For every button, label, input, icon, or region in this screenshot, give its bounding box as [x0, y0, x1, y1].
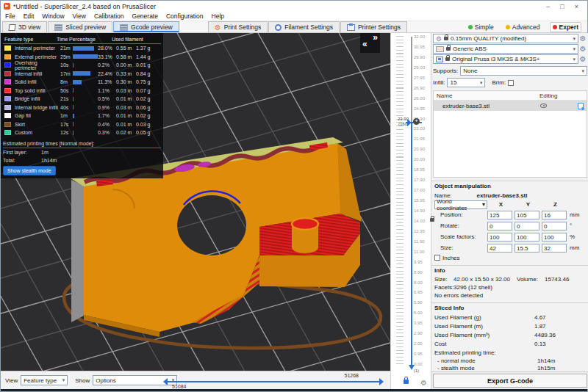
- 3d-viewport[interactable]: Feature type Time Percentage Used filame…: [1, 33, 390, 371]
- chevron-down-icon: ▾: [573, 46, 576, 52]
- mode-button[interactable]: Expert: [550, 22, 581, 32]
- layer-tick-label: 21.95: [414, 137, 430, 142]
- om-z-input[interactable]: 100: [542, 233, 567, 242]
- menu-item[interactable]: Window: [42, 12, 64, 20]
- feature-grams: 0.02 g: [136, 113, 156, 118]
- feature-grams: 0.03 g: [136, 122, 156, 127]
- infill-select[interactable]: 15 ▾: [447, 78, 485, 87]
- printer-icon: [436, 57, 443, 62]
- om-z-input[interactable]: 0: [542, 222, 567, 231]
- layer-tick-label: 17.90: [414, 178, 430, 183]
- legend-row[interactable]: Internal perimeter 21m 28.0% 0.55 m 1.37…: [3, 44, 161, 53]
- menu-item[interactable]: Help: [212, 12, 224, 20]
- legend-row[interactable]: Gap fill 1m 1.7% 0.01 m 0.02 g: [3, 112, 161, 120]
- legend-row[interactable]: Solid infill 8m 11.3% 0.30 m 0.75 g: [3, 78, 161, 87]
- tab-printer-settings-label: Printer Settings: [358, 23, 401, 31]
- om-x-input[interactable]: 0: [487, 222, 512, 231]
- maximize-button[interactable]: □: [560, 3, 564, 10]
- sliced-info-title: Sliced Info: [434, 305, 586, 311]
- legend-row[interactable]: Internal bridge infill 40s 0.9% 0.03 m 0…: [3, 104, 161, 112]
- menu-item[interactable]: Edit: [24, 12, 35, 20]
- lock-icon[interactable]: [404, 380, 409, 384]
- eye-icon[interactable]: [540, 104, 547, 108]
- printer-profile-select[interactable]: Original Prusa i3 MK3S & MK3S+ ▾: [433, 54, 578, 64]
- info-volume-label: Volume:: [517, 276, 545, 283]
- tab-print-settings-label: Print Settings: [224, 23, 262, 31]
- legend-row[interactable]: Custom 12s 0.3% 0.02 m 0.05 g: [3, 128, 161, 137]
- feature-percentage-bar: [73, 97, 74, 101]
- printer-settings-cog-button[interactable]: ⚙: [578, 55, 587, 63]
- supports-select[interactable]: None ▾: [460, 66, 587, 76]
- sliced-info-label: Used Filament (g): [434, 314, 534, 321]
- om-z-input[interactable]: 32: [542, 244, 567, 253]
- om-y-input[interactable]: 15.5: [514, 244, 539, 253]
- model-left-face: [71, 180, 84, 322]
- filament-settings-cog-button[interactable]: ⚙: [578, 45, 587, 53]
- menu-item[interactable]: Configuration: [166, 12, 204, 20]
- menu-item[interactable]: View: [73, 12, 86, 20]
- layer-tick-label: 14.90: [414, 208, 430, 214]
- menu-item[interactable]: File: [5, 12, 15, 20]
- feature-percentage: 0.9%: [98, 105, 116, 110]
- edit-object-icon[interactable]: [578, 103, 584, 109]
- tab-gcode-preview[interactable]: Gcode preview: [113, 21, 179, 32]
- object-name: extruder-base3.stl: [437, 103, 540, 109]
- feature-grams: 0.75 g: [136, 79, 156, 84]
- om-z-input[interactable]: 16: [542, 211, 567, 219]
- tab-filament-settings[interactable]: Filament Settings: [268, 21, 340, 32]
- legend-row[interactable]: Top solid infill 50s 1.1% 0.03 m 0.07 g: [3, 87, 161, 95]
- feature-time: 1m: [60, 113, 73, 118]
- print-profile-select[interactable]: ⚙ 0.15mm QUALITY (modified) ▾: [433, 34, 578, 43]
- feature-color-swatch: [4, 96, 11, 101]
- window-bottom-edge: [1, 389, 587, 391]
- om-y-input[interactable]: 105: [514, 211, 539, 219]
- slider-left-thumb[interactable]: [163, 378, 168, 385]
- tab-printer-settings[interactable]: Printer Settings: [340, 21, 407, 32]
- layer-slider-track-active[interactable]: [411, 122, 412, 366]
- tab-print-settings[interactable]: ⚙ Print Settings: [208, 21, 268, 32]
- feature-time: 25m: [60, 54, 73, 59]
- gear-icon[interactable]: ⚙: [420, 379, 427, 387]
- legend-row[interactable]: Skirt 17s 0.4% 0.01 m 0.03 g: [3, 120, 161, 129]
- add-color-change-icon[interactable]: +: [413, 118, 420, 125]
- collapse-sidebar-button[interactable]: » «: [360, 33, 380, 53]
- filament-profile-select[interactable]: Generic ABS ▾: [433, 44, 578, 54]
- view-type-select[interactable]: Feature type ▾: [21, 375, 68, 385]
- legend-row[interactable]: Bridge infill 21s 0.5% 0.01 m 0.02 g: [3, 95, 161, 104]
- layer-tick-label: 23.00: [414, 126, 430, 131]
- filament-profile-value: Generic ABS: [453, 46, 570, 52]
- layer-tick-label: 26.00: [414, 96, 430, 101]
- legend-row[interactable]: Overhang perimeter 10s 0.2% 0.00 m 0.01 …: [3, 61, 161, 70]
- coordinates-select[interactable]: World coordinates ▾: [434, 200, 487, 209]
- gcode-move-slider[interactable]: 51084 51268: [168, 381, 379, 382]
- show-stealth-mode-button[interactable]: Show stealth mode: [3, 166, 56, 175]
- feature-meters: 0.00 m: [116, 62, 136, 68]
- minimize-button[interactable]: –: [546, 3, 550, 10]
- menu-item[interactable]: Calibration: [94, 12, 124, 20]
- menu-item[interactable]: Generate: [132, 12, 158, 20]
- tab-3d-view[interactable]: 3D view: [2, 21, 47, 32]
- close-button[interactable]: ×: [575, 3, 578, 10]
- mode-button[interactable]: Simple: [466, 23, 496, 32]
- om-x-input[interactable]: 125: [487, 211, 512, 219]
- object-list-row[interactable]: extruder-base3.stl: [434, 101, 587, 111]
- om-y-input[interactable]: 100: [514, 233, 539, 242]
- om-y-input[interactable]: 0: [514, 222, 539, 231]
- tab-sliced-preview[interactable]: Sliced preview: [48, 21, 112, 32]
- slider-right-thumb[interactable]: [379, 378, 384, 385]
- om-x-input[interactable]: 42: [487, 244, 512, 253]
- uniform-scale-lock-icon[interactable]: [430, 218, 434, 222]
- print-settings-cog-button[interactable]: ⚙: [578, 35, 587, 43]
- mode-button[interactable]: Advanced: [503, 23, 542, 32]
- legend-row[interactable]: Internal infill 17m 22.4% 0.33 m 0.84 g: [3, 70, 161, 79]
- layer-slider-thumb[interactable]: 23.90 (160) +: [391, 119, 425, 126]
- layer-tick-label: 0.00: [414, 362, 430, 367]
- info-facets-value: 3296 (12 shell): [453, 284, 492, 291]
- inches-checkbox[interactable]: [434, 255, 440, 261]
- printer-icon: [347, 24, 355, 31]
- feature-percentage: 11.3%: [98, 79, 116, 84]
- brim-checkbox[interactable]: [508, 80, 514, 86]
- export-gcode-button[interactable]: Export G-code: [433, 374, 587, 388]
- om-x-input[interactable]: 100: [487, 233, 512, 242]
- title-bar[interactable]: *Untitled - SuperSlicer_2.4 based on Pru…: [1, 1, 587, 12]
